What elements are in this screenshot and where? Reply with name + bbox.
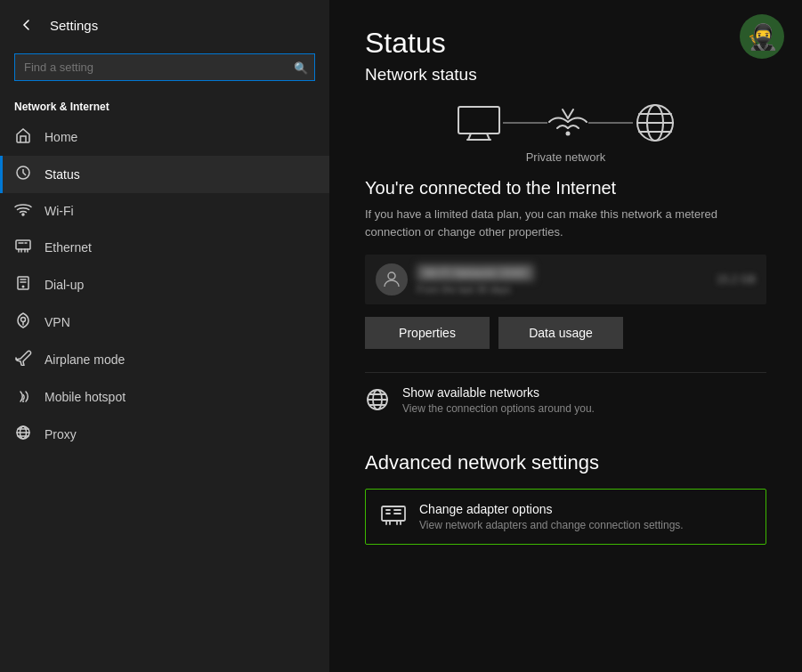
line-1 xyxy=(503,122,547,124)
svg-point-1 xyxy=(22,214,24,215)
change-adapter-item[interactable]: Change adapter options View network adap… xyxy=(365,489,766,545)
svg-rect-2 xyxy=(16,240,30,249)
section-label: Network & Internet xyxy=(0,92,329,118)
properties-button[interactable]: Properties xyxy=(365,317,490,349)
airplane-icon xyxy=(14,350,32,369)
svg-point-4 xyxy=(22,286,25,288)
action-buttons: Properties Data usage xyxy=(365,317,766,349)
ethernet-icon xyxy=(14,238,32,257)
globe-small-icon xyxy=(365,387,390,417)
sidebar-item-status[interactable]: Status xyxy=(0,156,329,193)
status-icon xyxy=(14,165,32,184)
network-status-title: Network status xyxy=(365,65,766,85)
network-card-left: Wi-Fi Network SSID From the last 30 days xyxy=(376,263,534,296)
change-adapter-desc: View network adapters and change connect… xyxy=(419,519,684,531)
hotspot-label: Mobile hotspot xyxy=(45,390,126,404)
svg-point-10 xyxy=(565,132,570,136)
vpn-label: VPN xyxy=(45,315,70,329)
network-name-blur: Wi-Fi Network SSID xyxy=(417,264,534,281)
sidebar-item-vpn[interactable]: VPN xyxy=(0,304,329,341)
connected-desc: If you have a limited data plan, you can… xyxy=(365,206,766,240)
proxy-label: Proxy xyxy=(45,427,77,441)
network-card-info: Wi-Fi Network SSID From the last 30 days xyxy=(417,264,534,295)
svg-point-6 xyxy=(22,401,24,402)
sidebar: Settings 🔍 Network & Internet Home Statu… xyxy=(0,0,329,672)
vpn-icon xyxy=(14,312,32,332)
wifi-icon xyxy=(14,202,32,220)
show-networks-text: Show available networks View the connect… xyxy=(402,385,595,415)
network-diagram xyxy=(365,101,766,145)
wifi-label: Wi-Fi xyxy=(45,204,74,218)
line-2 xyxy=(588,122,633,124)
network-avatar xyxy=(376,263,408,296)
ethernet-label: Ethernet xyxy=(45,240,92,255)
dialup-label: Dial-up xyxy=(45,278,84,292)
globe-icon xyxy=(633,101,677,145)
main-content: 🥷 Status Network status xyxy=(329,0,802,672)
user-avatar: 🥷 xyxy=(740,14,784,59)
computer-icon xyxy=(455,104,503,142)
airplane-label: Airplane mode xyxy=(45,352,125,367)
proxy-icon xyxy=(14,425,32,444)
network-card: Wi-Fi Network SSID From the last 30 days… xyxy=(365,255,766,304)
search-icon: 🔍 xyxy=(294,61,308,74)
search-input[interactable] xyxy=(14,53,315,81)
change-adapter-title: Change adapter options xyxy=(419,502,684,516)
sidebar-item-ethernet[interactable]: Ethernet xyxy=(0,229,329,266)
show-networks-desc: View the connection options around you. xyxy=(402,402,595,415)
router-icon xyxy=(547,104,588,142)
connected-title: You're connected to the Internet xyxy=(365,178,766,198)
svg-rect-9 xyxy=(458,107,499,134)
svg-rect-16 xyxy=(382,506,405,521)
sidebar-item-airplane[interactable]: Airplane mode xyxy=(0,341,329,378)
data-usage-button[interactable]: Data usage xyxy=(498,317,623,349)
search-box: 🔍 xyxy=(14,53,315,81)
network-data-blur: 15.2 GB xyxy=(717,273,756,286)
hotspot-icon xyxy=(14,387,32,407)
show-networks-title: Show available networks xyxy=(402,385,595,400)
status-label: Status xyxy=(45,167,80,182)
sidebar-item-wifi[interactable]: Wi-Fi xyxy=(0,193,329,229)
sidebar-item-hotspot[interactable]: Mobile hotspot xyxy=(0,378,329,416)
sidebar-item-proxy[interactable]: Proxy xyxy=(0,416,329,453)
network-label: Private network xyxy=(365,150,766,164)
sidebar-header: Settings xyxy=(0,0,329,50)
page-title: Status xyxy=(365,27,766,60)
dialup-icon xyxy=(14,275,32,295)
advanced-title: Advanced network settings xyxy=(365,451,766,474)
change-adapter-text: Change adapter options View network adap… xyxy=(419,502,684,531)
adapter-icon xyxy=(380,503,407,531)
settings-title: Settings xyxy=(50,18,98,33)
network-sub-blur: From the last 30 days xyxy=(417,284,534,295)
sidebar-item-home[interactable]: Home xyxy=(0,118,329,156)
back-button[interactable] xyxy=(14,12,39,37)
sidebar-item-dialup[interactable]: Dial-up xyxy=(0,266,329,304)
svg-point-13 xyxy=(388,272,395,279)
home-label: Home xyxy=(45,130,77,144)
show-networks-row[interactable]: Show available networks View the connect… xyxy=(365,372,766,430)
home-icon xyxy=(14,127,32,147)
